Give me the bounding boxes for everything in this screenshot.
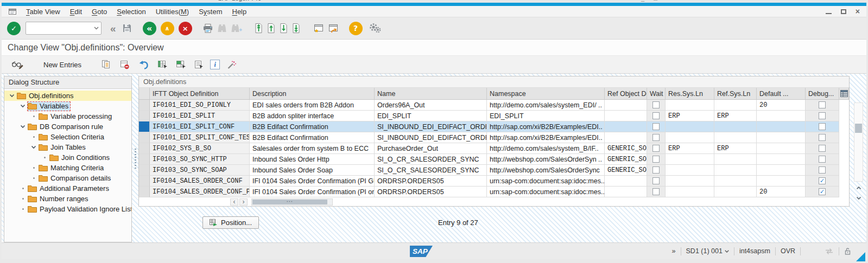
cell-ref-sys-ln[interactable] [714,132,757,143]
debug-checkbox[interactable]: ✓ [819,156,826,163]
cell-id[interactable]: IF0102_SYS_B_SO [150,143,250,154]
cell-ref-object-def[interactable]: GENERIC_SO [605,143,647,154]
menu-help[interactable]: Help [227,8,252,16]
new-session-icon[interactable] [313,23,324,34]
security-lock-icon[interactable] [844,247,851,255]
cell-namespace[interactable]: http://sap.com/xi/B2B/Examples/EDI.. [487,121,605,132]
wait-checkbox[interactable]: ✓ [652,156,660,163]
display-change-icon[interactable] [11,60,24,70]
tree-item-variable-processing[interactable]: Variable processing [4,111,131,121]
cell-wait[interactable]: ✓ [647,143,666,154]
user-field[interactable]: int4sapsm [739,247,770,255]
cell-debug[interactable]: ✓ [806,121,839,132]
debug-checkbox[interactable]: ✓ [819,123,826,130]
column-header-debug[interactable]: Debug... [806,88,839,99]
details-icon[interactable]: i [210,60,220,69]
cell-default[interactable] [757,132,806,143]
tree-item-db-comparison-rule[interactable]: DB Comparison rule [4,121,131,132]
customize-layout-icon[interactable] [369,23,382,34]
cancel-icon[interactable]: × [179,22,192,35]
cell-res-sys-ln[interactable]: ERP [666,111,714,121]
cell-description[interactable]: Salesales order from system B to ECC [250,143,375,154]
cell-wait[interactable]: ✓ [647,176,666,187]
menu-utilities-m[interactable]: Utilities(M) [151,8,194,16]
system-field[interactable]: SD1 (1) 001 [686,247,729,255]
debug-checkbox[interactable]: ✓ [819,188,826,195]
cell-name[interactable]: SI_O_CR_SALESORDER_SYNC [375,165,487,176]
cell-id[interactable]: IF0104_SALES_ORDER_CONF_P.. [150,187,250,197]
wait-checkbox[interactable]: ✓ [652,101,660,108]
cell-namespace[interactable]: urn:sap-com:document:sap:idoc:mes.. [487,176,605,187]
cell-description[interactable]: B2B Edifact Confirmation [250,132,375,143]
tree-item-join-tables[interactable]: Join Tables [4,142,131,152]
column-header-wait[interactable]: Wait [647,88,666,99]
cell-namespace[interactable]: http://sap.com/xi/B2B/Examples/EDI.. [487,132,605,143]
cell-id[interactable]: IF0103_SO_SYNC_SOAP [150,165,250,176]
cell-namespace[interactable]: http://demo.com/sales/system_B/IF.. [487,143,605,154]
delete-row-icon[interactable] [119,60,130,69]
row-selector[interactable] [139,176,150,187]
cell-namespace[interactable]: urn:sap-com:document:sap:idoc:mes.. [487,187,605,197]
vscroll-thumb[interactable] [855,124,862,133]
tree-item-number-ranges[interactable]: Number ranges [4,194,131,204]
panel-splitter[interactable] [132,76,138,242]
cell-wait[interactable]: ✓ [647,121,666,132]
cell-namespace[interactable]: http://webshop.com/SalesOrderSyn .. [487,154,605,165]
enter-icon[interactable]: ✓ [7,22,21,35]
cell-wait[interactable]: ✓ [647,165,666,176]
row-selector[interactable] [139,132,150,143]
cell-debug[interactable]: ✓ [806,132,839,143]
response-time-icon[interactable] [825,248,834,255]
cell-debug[interactable]: ✓ [806,165,839,176]
cell-name[interactable]: PurchaseOrder_Out [375,143,487,154]
grid-config-icon[interactable] [839,88,849,99]
deselect-all-icon[interactable] [194,60,204,69]
cell-default[interactable] [757,176,806,187]
cell-res-sys-ln[interactable]: ERP [666,143,714,154]
cell-ref-object-def[interactable] [605,111,647,121]
collapse-command-field-icon[interactable]: « [110,23,116,34]
tree-item-join-conditions[interactable]: Join Conditions [4,152,131,163]
expand-chevron-icon[interactable] [8,94,16,98]
cell-name[interactable]: ORDRSP.ORDERS05 [375,187,487,197]
tree-item-variables[interactable]: Variables [4,101,131,111]
cell-namespace[interactable]: EDI_SPLIT [487,111,605,121]
debug-checkbox[interactable]: ✓ [819,177,826,184]
debug-checkbox[interactable]: ✓ [819,166,826,174]
scroll-right-icon[interactable]: › [239,198,248,206]
wait-checkbox[interactable]: ✓ [652,177,660,184]
configure-icon[interactable] [226,60,237,70]
horizontal-scrollbar[interactable]: ‹ › ··· [139,197,849,206]
cell-ref-sys-ln[interactable] [714,154,757,165]
scroll-up-icon[interactable] [854,183,863,192]
cell-res-sys-ln[interactable] [666,121,714,132]
copy-as-icon[interactable] [101,60,111,69]
help-icon[interactable]: ? [349,22,363,35]
cell-namespace[interactable]: http://demo.com/sales/system_EDI/ .. [487,100,605,111]
last-page-icon[interactable] [292,23,301,34]
wait-checkbox[interactable]: ✓ [652,112,660,119]
menu-edit[interactable]: Edit [65,8,87,16]
cell-ref-sys-ln[interactable]: ERP [714,143,757,154]
row-selector-header[interactable] [139,88,150,99]
cell-name[interactable]: Orders96A_Out [375,100,487,111]
cell-res-sys-ln[interactable] [666,165,714,176]
cell-ref-sys-ln[interactable] [714,176,757,187]
wait-checkbox[interactable]: ✓ [652,123,660,130]
cell-ref-object-def[interactable]: GENERIC_SO [605,154,647,165]
cell-wait[interactable]: ✓ [647,111,666,121]
menu-selection[interactable]: Selection [112,8,150,16]
row-selector[interactable] [139,121,150,132]
cell-ref-object-def[interactable] [605,187,647,197]
cell-wait[interactable]: ✓ [647,100,666,111]
cell-default[interactable] [757,165,806,176]
exit-icon[interactable]: ∧ [161,22,174,35]
position-button[interactable]: Position... [202,216,259,229]
cell-debug[interactable]: ✓ [806,143,839,154]
cell-name[interactable]: ORDRSP.ORDERS05 [375,176,487,187]
scroll-left-icon[interactable]: ‹ [230,198,238,206]
cell-ref-sys-ln[interactable] [714,187,757,197]
hscroll-track[interactable]: ··· [251,198,333,206]
row-selector[interactable] [139,154,150,165]
expand-chevron-icon[interactable] [29,145,38,149]
